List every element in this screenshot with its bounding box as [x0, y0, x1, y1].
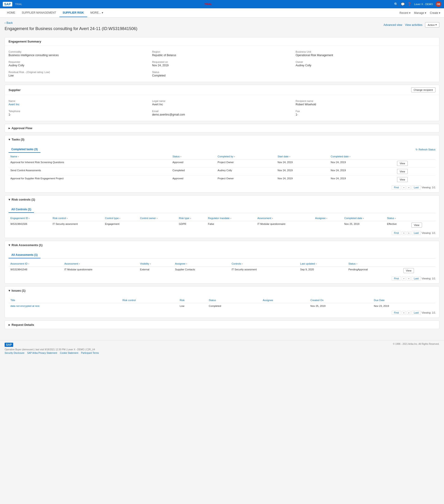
page-title: Engagement for Business consulting for A…	[5, 26, 137, 31]
task-row1-completed-date: Nov 24, 2019	[329, 160, 395, 167]
rc-col-completed-date: Completed date▾	[343, 215, 385, 221]
issues-col-due-date: Due Date	[372, 297, 435, 303]
rc-row1-risk-type: GDPR	[177, 221, 206, 229]
ra-last-button[interactable]: Last	[412, 276, 421, 281]
issues-col-risk-control: Risk control	[120, 297, 178, 303]
tasks-next-button[interactable]: ›	[407, 186, 411, 189]
issues-col-title: Title	[9, 297, 120, 303]
rc-view-button-1[interactable]: View	[411, 223, 422, 228]
issues-toggle[interactable]: ▾ Issues (1)	[5, 287, 439, 295]
risk-controls-title: Risk controls (1)	[12, 198, 35, 201]
issue-row1-risk: Low	[178, 303, 207, 309]
task-row1-name: Approval for Inherent Risk Screening Que…	[9, 160, 171, 167]
footer-security-disclosure[interactable]: Security Disclosure	[5, 352, 24, 354]
task-view-button-1[interactable]: View	[397, 161, 408, 166]
rc-col-assessment: Assessment▾	[255, 215, 313, 221]
ra-col-status: Status▾	[347, 261, 402, 267]
footer-cookie-statement[interactable]: Cookie Statement	[60, 352, 78, 354]
all-controls-tab[interactable]: All Controls (1)	[9, 206, 34, 213]
all-assessments-tab[interactable]: All Assessments (1)	[9, 252, 40, 258]
rc-viewing: Viewing: 1/1	[422, 232, 435, 234]
chat-icon[interactable]: 💬	[401, 2, 405, 6]
help-icon[interactable]: ❓	[407, 2, 411, 6]
task-view-button-3[interactable]: View	[397, 177, 408, 182]
search-icon[interactable]: 🔍	[394, 2, 398, 6]
ra-next-button[interactable]: ›	[407, 277, 411, 281]
task-row1-start-date: Nov 24, 2019	[276, 160, 329, 167]
manage-button[interactable]: Manage ▾	[414, 11, 426, 15]
rc-first-button[interactable]: First	[392, 231, 401, 235]
rc-row1-risk-control: IT Security assesment	[51, 221, 103, 229]
table-row: WS319841506 IT Security assesment Engage…	[9, 221, 435, 229]
rc-row1-completed-date: Nov 25, 2019	[343, 221, 385, 229]
engagement-summary-card: Engagement Summary Commodity Business in…	[5, 37, 439, 82]
create-button[interactable]: Create ▾	[430, 11, 440, 15]
risk-assessments-toggle[interactable]: ▾ Risk Assessments (1)	[5, 241, 439, 249]
supplier-title: Supplier	[9, 88, 20, 92]
tasks-col-completed-by: Completed by▾	[216, 154, 276, 160]
advanced-view-link[interactable]: Advanced view	[384, 23, 402, 27]
footer-participant-terms[interactable]: Participant Terms	[81, 352, 99, 354]
task-view-button-2[interactable]: View	[397, 169, 408, 174]
rc-col-control-owner: Control owner▾	[138, 215, 177, 221]
requester-field: Requester Audrey Colly	[9, 61, 149, 67]
telephone-field: Telephone 1-	[9, 110, 149, 116]
rc-next-button[interactable]: ›	[407, 231, 411, 235]
completed-tasks-tab[interactable]: Completed tasks (3)	[9, 146, 40, 153]
risk-controls-toggle[interactable]: ▾ Risk controls (1)	[5, 196, 439, 204]
approval-flow-toggle[interactable]: ▸ Approval Flow	[5, 124, 439, 132]
rc-col-engagement-id: Engagement ID▾	[9, 215, 51, 221]
task-row1-view: View	[395, 160, 435, 167]
tasks-prev-button[interactable]: ‹	[402, 186, 406, 189]
task-row2-view: View	[395, 167, 435, 176]
footer-company-info: Operative Buyer (demouser) | last visit …	[5, 348, 99, 351]
issues-last-button[interactable]: Last	[412, 311, 421, 315]
risk-assessments-section: ▾ Risk Assessments (1) All Assessments (…	[5, 241, 439, 284]
issues-next-button[interactable]: ›	[407, 311, 411, 315]
issues-first-button[interactable]: First	[392, 311, 401, 315]
task-row1-status: Approved	[171, 160, 216, 167]
tasks-last-button[interactable]: Last	[412, 185, 421, 189]
refresh-status-button[interactable]: ↻ Refresh Status	[416, 148, 435, 151]
nav-actions: Recent ▾ Manage ▾ Create ▾	[400, 11, 440, 15]
risk-assessments-table: Assessment ID▾ Assessment▾ Visibility▾ A…	[9, 261, 435, 274]
task-row2-name: Send Control Assessments	[9, 167, 171, 176]
ra-first-button[interactable]: First	[392, 276, 401, 281]
issues-prev-button[interactable]: ‹	[402, 311, 406, 315]
issues-title: Issues (1)	[12, 289, 25, 292]
breadcrumb[interactable]: ‹ Back	[5, 21, 137, 24]
issue-row1-created-on: Nov 25, 2019	[309, 303, 372, 309]
ra-row1-assignee: Supplier Contacts	[173, 267, 230, 275]
nav-supplier-risk[interactable]: SUPPLIER RISK	[59, 9, 87, 17]
request-details-toggle[interactable]: ▸ Request Details	[5, 321, 439, 329]
nav-supplier-management[interactable]: SUPPLIER MANAGEMENT	[19, 9, 59, 17]
rc-last-button[interactable]: Last	[412, 231, 421, 235]
recent-button[interactable]: Recent ▾	[400, 11, 410, 15]
view-activities-link[interactable]: View activities	[405, 23, 422, 27]
nav-more[interactable]: MORE... ▾	[87, 9, 106, 17]
ra-prev-button[interactable]: ‹	[402, 277, 406, 281]
change-recipient-button[interactable]: Change recipient	[411, 87, 435, 92]
ra-row1-assessment-id: WS319841548	[9, 267, 62, 275]
avatar[interactable]: OB	[436, 1, 441, 7]
issue-row1-title[interactable]: data not encrypted at rest.	[9, 303, 120, 309]
issues-col-assignee: Assignee	[261, 297, 309, 303]
ra-col-visibility: Visibility▾	[138, 261, 173, 267]
ra-row1-controls: IT Security assesment	[230, 267, 298, 275]
chevron-down-icon-rc: ▾	[9, 198, 10, 201]
tasks-toggle[interactable]: ▾ Tasks (3)	[5, 135, 439, 144]
issues-col-status: Status	[207, 297, 261, 303]
ra-view-button-1[interactable]: View	[403, 268, 414, 273]
task-row3-completed-date: Nov 24, 2019	[329, 176, 395, 184]
back-label: Back	[6, 21, 13, 24]
issues-col-risk: Risk	[178, 297, 207, 303]
rc-col-risk-type: Risk type▾	[177, 215, 206, 221]
chevron-right-icon: ▸	[9, 126, 10, 130]
tasks-first-button[interactable]: First	[392, 185, 401, 189]
action-button[interactable]: Action ▾	[425, 22, 439, 28]
rc-prev-button[interactable]: ‹	[402, 231, 406, 235]
nav-home[interactable]: HOME	[4, 9, 19, 17]
footer-privacy-statement[interactable]: SAP Ariba Privacy Statement	[27, 352, 57, 354]
legal-name-field: Legal name Avert Inc	[152, 100, 292, 106]
email-field: Email demo.avertinc@gmail.com	[152, 110, 292, 116]
